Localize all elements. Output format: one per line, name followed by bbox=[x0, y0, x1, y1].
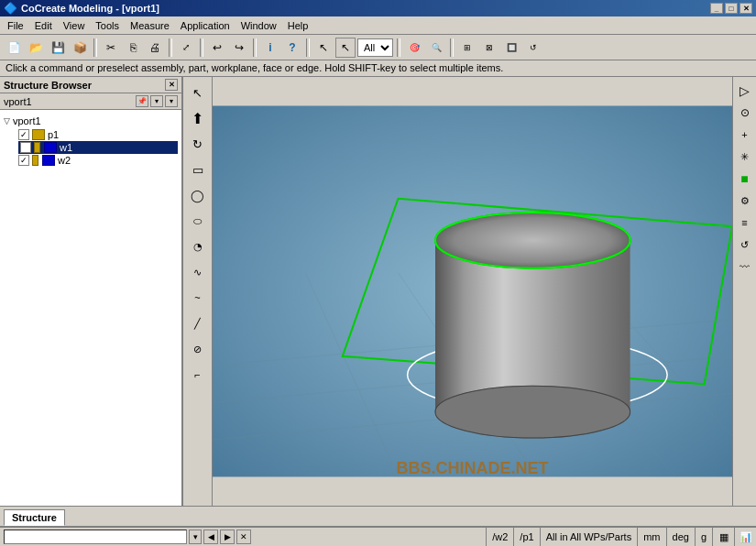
status-filter[interactable]: All in All WPs/Parts bbox=[540, 528, 638, 546]
structure-browser-titlebar: Structure Browser ✕ bbox=[0, 77, 181, 93]
status-path1[interactable]: /p1 bbox=[513, 528, 539, 546]
canvas-area[interactable]: BBS.CHINADE.NET bbox=[213, 77, 732, 506]
status-extra1[interactable]: ▦ bbox=[712, 528, 734, 546]
command-input[interactable] bbox=[4, 530, 187, 544]
structure-browser-controls[interactable]: ✕ bbox=[165, 79, 178, 91]
status-unit2-text: deg bbox=[673, 531, 689, 542]
struct-options-button[interactable]: ▾ bbox=[165, 95, 178, 107]
menu-measure[interactable]: Measure bbox=[125, 18, 175, 33]
package-button[interactable]: 📦 bbox=[70, 38, 90, 58]
lt-rotate-tool[interactable]: ↻ bbox=[186, 132, 210, 156]
selection-filter[interactable]: All bbox=[357, 38, 393, 57]
open-button[interactable]: 📂 bbox=[26, 38, 46, 58]
p1-checkbox[interactable] bbox=[18, 129, 29, 140]
p1-part-icon bbox=[32, 129, 45, 140]
w2-label: w2 bbox=[58, 155, 71, 166]
lt-constraint-tool[interactable]: ⊘ bbox=[186, 337, 210, 361]
snap-btn2[interactable]: ⊠ bbox=[479, 38, 499, 58]
rt-wave-button[interactable]: 〰 bbox=[735, 257, 755, 277]
menu-window[interactable]: Window bbox=[236, 18, 282, 33]
view-btn1[interactable]: 🎯 bbox=[404, 38, 424, 58]
lt-corner-tool[interactable]: ⌐ bbox=[186, 363, 210, 387]
toolbar-sep4 bbox=[253, 38, 257, 57]
redo-button[interactable]: ↪ bbox=[229, 38, 249, 58]
struct-pin-button[interactable]: 📌 bbox=[136, 95, 148, 107]
menu-file[interactable]: File bbox=[2, 18, 29, 33]
lt-line-tool[interactable]: ╱ bbox=[186, 311, 210, 335]
copy-button[interactable]: ⎘ bbox=[123, 38, 143, 58]
titlebar-controls[interactable]: _ □ ✕ bbox=[710, 3, 752, 14]
lt-curve-tool[interactable]: ∿ bbox=[186, 260, 210, 284]
view-btn2[interactable]: 🔍 bbox=[426, 38, 446, 58]
menu-help[interactable]: Help bbox=[282, 18, 314, 33]
move-button[interactable]: ⤢ bbox=[176, 38, 196, 58]
snap-btn4[interactable]: ↺ bbox=[523, 38, 543, 58]
status-message: Click a command or preselect assembly, p… bbox=[0, 60, 756, 77]
status-unit2: deg bbox=[666, 528, 695, 546]
structure-browser-toolbar: vport1 📌 ▾ ▾ bbox=[0, 93, 181, 110]
new-button[interactable]: 📄 bbox=[4, 38, 24, 58]
tree-item-w2[interactable]: w2 bbox=[18, 154, 178, 167]
status-path2[interactable]: /w2 bbox=[486, 528, 513, 546]
info-button[interactable]: i bbox=[260, 38, 280, 58]
lt-up-tool[interactable]: ⬆ bbox=[186, 106, 210, 130]
input-dropdown-btn[interactable]: ▾ bbox=[189, 530, 202, 544]
print-button[interactable]: 🖨 bbox=[145, 38, 165, 58]
undo-button[interactable]: ↩ bbox=[207, 38, 227, 58]
status-path2-text: /w2 bbox=[492, 531, 508, 542]
lt-spline-tool[interactable]: ~ bbox=[186, 286, 210, 310]
w2-checkbox[interactable] bbox=[18, 155, 29, 166]
status-text: Click a command or preselect assembly, p… bbox=[5, 62, 503, 73]
minimize-button[interactable]: _ bbox=[710, 3, 723, 14]
rt-square-button[interactable]: ■ bbox=[735, 169, 755, 189]
menu-edit[interactable]: Edit bbox=[29, 18, 58, 33]
struct-close-button[interactable]: ✕ bbox=[165, 79, 178, 91]
toolbar-sep2 bbox=[169, 38, 172, 57]
save-button[interactable]: 💾 bbox=[48, 38, 68, 58]
lt-ellipse-tool[interactable]: ⬭ bbox=[186, 209, 210, 233]
vport-label: vport1 bbox=[4, 96, 32, 107]
cut-button[interactable]: ✂ bbox=[101, 38, 121, 58]
toolbar-sep3 bbox=[200, 38, 203, 57]
lt-rect-tool[interactable]: ▭ bbox=[186, 158, 210, 181]
lt-circle-tool[interactable]: ◯ bbox=[186, 183, 210, 207]
rt-gear-button[interactable]: ⚙ bbox=[735, 191, 755, 211]
rt-plus-button[interactable]: + bbox=[735, 125, 755, 145]
input-clear-btn[interactable]: ✕ bbox=[236, 530, 251, 544]
lt-arc-tool[interactable]: ◔ bbox=[186, 235, 210, 258]
menu-view[interactable]: View bbox=[58, 18, 91, 33]
input-prev-btn[interactable]: ◀ bbox=[203, 530, 218, 544]
root-expand-arrow[interactable]: ▽ bbox=[4, 116, 10, 126]
statusbar: ▾ ◀ ▶ ✕ /w2 /p1 All in All WPs/Parts mm … bbox=[0, 526, 756, 546]
toolbar-sep1 bbox=[93, 38, 97, 57]
pointer-button[interactable]: ↖ bbox=[313, 38, 334, 58]
toolbar-sep5 bbox=[306, 38, 310, 57]
snap-btn1[interactable]: ⊞ bbox=[457, 38, 477, 58]
tab-structure[interactable]: Structure bbox=[4, 509, 65, 526]
tree-item-p1[interactable]: p1 bbox=[18, 128, 178, 141]
close-button[interactable]: ✕ bbox=[740, 3, 752, 14]
structure-browser-title: Structure Browser bbox=[4, 80, 92, 91]
rt-play-button[interactable]: ▷ bbox=[735, 81, 755, 101]
rt-diameter-button[interactable]: ⊙ bbox=[735, 103, 755, 123]
struct-menu-button[interactable]: ▾ bbox=[150, 95, 163, 107]
root-label: vport1 bbox=[13, 115, 41, 126]
bottom-tabs: Structure bbox=[0, 506, 756, 526]
snap-btn3[interactable]: 🔲 bbox=[501, 38, 521, 58]
input-next-btn[interactable]: ▶ bbox=[220, 530, 235, 544]
status-filter-text: All in All WPs/Parts bbox=[546, 531, 632, 542]
tree-item-w1[interactable]: w1 bbox=[18, 141, 178, 154]
maximize-button[interactable]: □ bbox=[725, 3, 738, 14]
right-toolbar: ▷ ⊙ + ✳ ■ ⚙ ≡ ↺ 〰 bbox=[732, 77, 756, 506]
rt-list-button[interactable]: ≡ bbox=[735, 213, 755, 233]
rt-undo-button[interactable]: ↺ bbox=[735, 235, 755, 255]
select-button[interactable]: ↖ bbox=[335, 38, 356, 58]
menu-tools[interactable]: Tools bbox=[90, 18, 125, 33]
status-unit1-text: mm bbox=[643, 531, 660, 542]
menu-application[interactable]: Application bbox=[175, 18, 236, 33]
status-extra2[interactable]: 📊 bbox=[734, 528, 756, 546]
lt-select-tool[interactable]: ↖ bbox=[186, 81, 210, 104]
rt-star-button[interactable]: ✳ bbox=[735, 147, 755, 167]
w1-checkbox[interactable] bbox=[20, 142, 31, 153]
help-button[interactable]: ? bbox=[282, 38, 302, 58]
